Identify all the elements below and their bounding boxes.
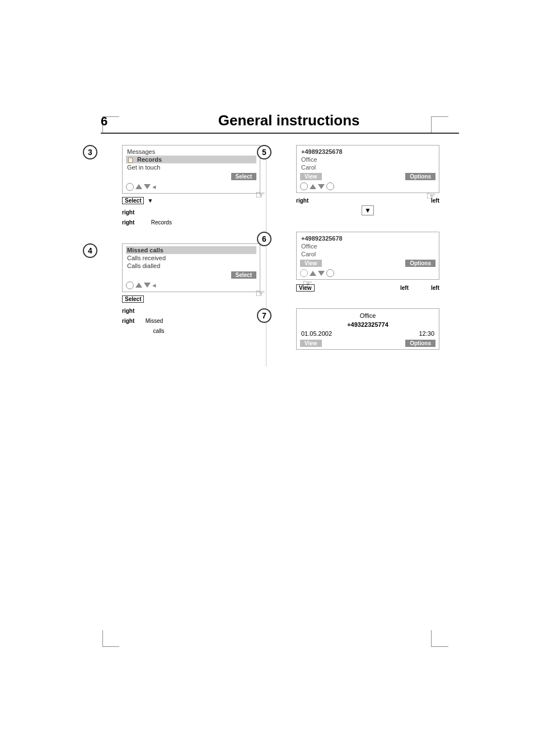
step5-btn-row: View Options	[300, 173, 435, 180]
key-up-5[interactable]	[310, 184, 316, 189]
step5-screen: +49892325678 Office Carol View Options	[296, 145, 439, 193]
key-up-4[interactable]	[135, 283, 142, 288]
step3-annotation: Select ▼	[101, 197, 260, 204]
key-down-4[interactable]	[144, 283, 151, 288]
key-circle-6b[interactable]	[326, 269, 334, 277]
page-number: 6	[101, 114, 107, 129]
step7-line1: Office	[300, 311, 435, 320]
hand-icon-6: ☞	[302, 277, 312, 290]
step4-keypad: ◂	[126, 281, 256, 289]
step3-right2: right	[122, 219, 134, 226]
step5-down-arrow: ▼	[296, 205, 439, 215]
step6-sub2: Carol	[300, 250, 435, 258]
step6-number: 6	[257, 232, 271, 246]
down-arrow-3: ▼	[147, 198, 153, 204]
key-down[interactable]	[144, 184, 151, 189]
step3-select-btn[interactable]: Select	[231, 173, 256, 180]
key-down-5[interactable]	[318, 184, 325, 189]
key-right-arrow[interactable]: ◂	[152, 182, 156, 191]
hand-icon-3: ☞	[255, 188, 265, 201]
page-content: 6 General instructions 3 Messages 📋 Reco…	[101, 112, 459, 367]
step5-view-btn[interactable]: View	[300, 173, 322, 180]
step4-menu-received: Calls received	[126, 254, 256, 262]
key-circle-6[interactable]	[300, 269, 308, 277]
key-circle-1[interactable]	[126, 183, 134, 191]
page-header: 6 General instructions	[101, 112, 459, 134]
key-up-6[interactable]	[310, 271, 316, 276]
step3-screen: Messages 📋 Records Get in touch Select	[122, 145, 260, 194]
col-right: 5 +49892325678 Office Carol View Options	[266, 145, 439, 367]
step5-keypad	[300, 182, 435, 190]
step6-left2: left	[431, 285, 439, 291]
step4-number: 4	[83, 243, 97, 258]
step3-block: 3 Messages 📋 Records Get in touch Select	[101, 145, 260, 227]
step3-records-label: Records	[151, 219, 172, 226]
step6-phone: +49892325678	[300, 234, 435, 242]
step3-menu-records: 📋 Records	[126, 156, 256, 163]
step4-right1: right	[122, 308, 134, 314]
step4-menu-missed: Missed calls	[126, 246, 256, 254]
step6-sub1: Office	[300, 242, 435, 250]
step7-btn-row: View Options	[300, 340, 435, 347]
step4-sub-annotation: right right Missed calls	[101, 305, 260, 335]
step3-menu-messages: Messages	[126, 148, 256, 156]
step3-menu-getintouch: Get in touch	[126, 163, 256, 171]
step6-btn-row: View Options	[300, 260, 435, 267]
hand-icon-4: ☞	[255, 287, 265, 300]
step7-view-btn[interactable]: View	[300, 340, 322, 347]
select-label-3: Select	[122, 197, 144, 204]
step6-block: 6 +49892325678 Office Carol View Options	[275, 232, 439, 292]
step4-screen: Missed calls Calls received Calls dialle…	[122, 243, 260, 292]
step5-sub2: Carol	[300, 163, 435, 171]
hand-icon-5: ☞	[426, 189, 436, 203]
step4-select-btn[interactable]: Select	[231, 271, 256, 279]
down-arrow-sym: ▼	[362, 205, 374, 215]
step3-keypad: ◂	[126, 182, 256, 191]
step7-number: 7	[257, 308, 271, 323]
records-icon: 📋	[127, 157, 134, 163]
key-up[interactable]	[135, 184, 142, 189]
step7-line3: 01.05.2002 12:30	[300, 329, 435, 338]
key-circle-5[interactable]	[300, 182, 308, 190]
step3-number: 3	[83, 145, 97, 159]
step3-btn-row: Select	[126, 173, 256, 180]
key-right-4[interactable]: ◂	[152, 281, 156, 289]
step5-right: right	[296, 198, 308, 204]
select-label-4: Select	[122, 295, 144, 303]
step6-view-btn[interactable]: View	[300, 260, 322, 267]
step3-sub-annotation: right right Records	[101, 206, 260, 227]
step6-screen: +49892325678 Office Carol View Options	[296, 232, 439, 280]
step4-block: 4 Missed calls Calls received Calls dial…	[101, 243, 260, 335]
step5-annotation: right left	[275, 198, 439, 204]
step6-left1: left	[400, 285, 409, 291]
step5-sub1: Office	[300, 156, 435, 163]
key-circle-5b[interactable]	[326, 182, 334, 190]
col-left: 3 Messages 📋 Records Get in touch Select	[101, 145, 266, 367]
step6-options-btn[interactable]: Options	[405, 260, 435, 267]
step4-right2: right	[122, 318, 134, 324]
step5-options-btn[interactable]: Options	[405, 173, 435, 180]
step7-date: 01.05.2002	[301, 330, 332, 337]
step7-line2: +49322325774	[300, 320, 435, 329]
step5-number: 5	[257, 145, 271, 159]
key-circle-4[interactable]	[126, 281, 134, 289]
step5-phone: +49892325678	[300, 148, 435, 156]
step4-menu-dialled: Calls dialled	[126, 262, 256, 270]
steps-container: 3 Messages 📋 Records Get in touch Select	[101, 145, 459, 367]
step7-time: 12:30	[419, 330, 434, 337]
key-down-6[interactable]	[318, 271, 325, 276]
step4-btn-row: Select	[126, 271, 256, 279]
page-title: General instructions	[119, 112, 459, 129]
step6-annotation: View left left	[275, 284, 439, 292]
step7-options-btn[interactable]: Options	[405, 340, 435, 347]
step5-block: 5 +49892325678 Office Carol View Options	[275, 145, 439, 215]
step4-annotation: Select	[101, 295, 260, 303]
step7-block: 7 Office +49322325774 01.05.2002 12:30 V…	[275, 308, 439, 350]
step6-keypad	[300, 269, 435, 277]
step3-right1: right	[122, 209, 134, 215]
step7-screen: Office +49322325774 01.05.2002 12:30 Vie…	[296, 308, 439, 350]
